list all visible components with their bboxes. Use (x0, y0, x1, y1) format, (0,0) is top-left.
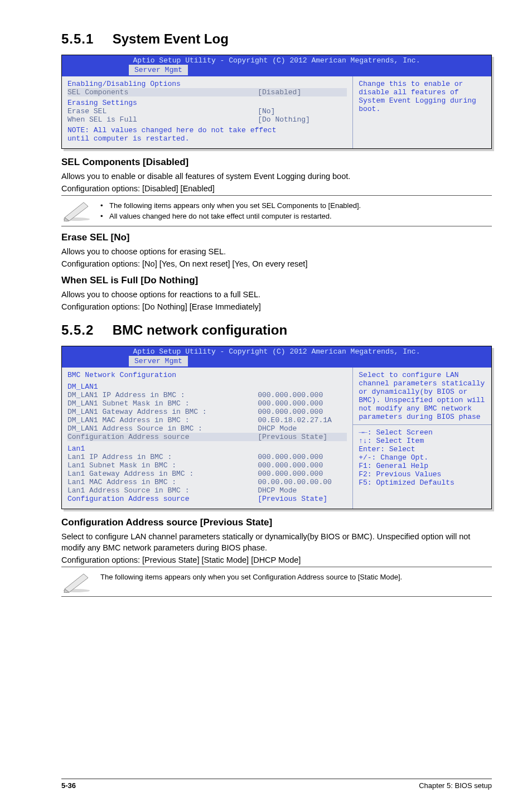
erase-sel-heading: Erase SEL [No] (61, 232, 492, 243)
note-block-2: The following items appears only when yo… (61, 571, 492, 593)
bios-full-val: [Do Nothing] (258, 115, 347, 124)
bios-erase-sel: Erase SEL (67, 107, 258, 115)
lan1-src: Lan1 Address Source in BMC : (67, 486, 258, 495)
bios-screenshot-bmc: Aptio Setup Utility - Copyright (C) 2012… (61, 346, 492, 509)
lan1-ip: Lan1 IP Address in BMC : (67, 453, 258, 461)
bios-group-enable: Enabling/Disabling Options (67, 80, 347, 88)
note-block-1: The following items appears only when yo… (61, 199, 492, 223)
dm-mac: DM_LAN1 MAC Address in BMC : (67, 416, 258, 424)
bios-sel-value: [Disabled] (258, 88, 347, 96)
dm-mac-val: 00.E0.18.02.27.1A (258, 416, 347, 424)
bios-group-erase: Erasing Settings (67, 99, 347, 107)
bios-note-line2: until computer is restarted. (67, 134, 347, 143)
nav-opt: F5: Optimized Defaults (359, 479, 486, 487)
config-addr-desc: Select to configure LAN channel paramete… (61, 532, 492, 553)
pencil-note-icon (61, 571, 91, 593)
bios-tab: Server Mgmt (129, 65, 188, 75)
note2-text: The following items appears only when yo… (100, 571, 402, 581)
pencil-note-icon (61, 199, 91, 221)
lan1-mac-val: 00.00.00.00.00.00 (258, 478, 347, 486)
section2-title: BMC network configuration (113, 322, 287, 337)
section-number: 5.5.1 (61, 31, 94, 46)
lan1-cfg-val: [Previous State] (258, 495, 347, 503)
dm-gateway-val: 000.000.000.000 (258, 408, 347, 416)
nav-prev: F2: Previous Values (359, 470, 486, 479)
nav-enter: Enter: Select (359, 445, 486, 453)
nav-screen: →←: Select Screen (359, 428, 486, 437)
lan1-mac: Lan1 MAC Address in BMC : (67, 478, 258, 486)
when-full-desc: Allows you to choose options for reactio… (61, 289, 492, 301)
bios-sel-components: SEL Components (67, 88, 258, 96)
note1-item-a: The following items appears only when yo… (100, 201, 361, 210)
bios-erase-val: [No] (258, 107, 347, 115)
dm-lan1-label: DM_LAN1 (67, 383, 347, 391)
nav-change: +/-: Change Opt. (359, 453, 486, 462)
dm-src: DM_LAN1 Address Source in BMC : (67, 424, 258, 433)
lan1-cfg: Configuration Address source (67, 495, 258, 503)
erase-sel-desc: Allows you to choose options for erasing… (61, 247, 492, 258)
note1-item-b: All values changed here do not take effe… (100, 212, 361, 220)
dm-gateway: DM_LAN1 Gateway Address in BMC : (67, 408, 258, 416)
dm-subnet-val: 000.000.000.000 (258, 399, 347, 408)
page-footer: 5-36 Chapter 5: BIOS setup (61, 779, 492, 790)
dm-ip-val: 000.000.000.000 (258, 391, 347, 399)
sel-components-opts: Configuration options: [Disabled] [Enabl… (61, 183, 492, 195)
page-number: 5-36 (61, 781, 76, 790)
erase-sel-opts: Configuration options: [No] [Yes, On nex… (61, 259, 492, 270)
lan1-gateway-val: 000.000.000.000 (258, 470, 347, 478)
lan1-gateway: Lan1 Gateway Address in BMC : (67, 470, 258, 478)
bios-header-title: Aptio Setup Utility - Copyright (C) 2012… (64, 56, 489, 65)
dm-cfg: Configuration Address source (67, 433, 258, 441)
nav-help: F1: General Help (359, 462, 486, 470)
chapter-label: Chapter 5: BIOS setup (419, 781, 492, 790)
lan1-ip-val: 000.000.000.000 (258, 453, 347, 461)
config-addr-opts: Configuration options: [Previous State] … (61, 555, 492, 566)
when-full-opts: Configuration options: [Do Nothing] [Era… (61, 302, 492, 313)
lan1-src-val: DHCP Mode (258, 486, 347, 495)
bios-note-line1: NOTE: All values changed here do not tak… (67, 126, 347, 134)
lan1-label: Lan1 (67, 445, 347, 453)
dm-ip: DM_LAN1 IP Address in BMC : (67, 391, 258, 399)
dm-cfg-val: [Previous State] (258, 433, 347, 441)
lan1-subnet: Lan1 Subnet Mask in BMC : (67, 461, 258, 470)
section2-number: 5.5.2 (61, 322, 94, 337)
bios2-header-title: Aptio Setup Utility - Copyright (C) 2012… (64, 347, 489, 356)
when-full-heading: When SEL is Full [Do Nothing] (61, 275, 492, 286)
config-addr-heading: Configuration Address source [Previous S… (61, 517, 492, 528)
sel-components-heading: SEL Components [Disabled] (61, 157, 492, 168)
dm-src-val: DHCP Mode (258, 424, 347, 433)
sel-components-desc: Allows you to enable or disable all feat… (61, 171, 492, 182)
lan1-subnet-val: 000.000.000.000 (258, 461, 347, 470)
bios-screenshot-sel: Aptio Setup Utility - Copyright (C) 2012… (61, 55, 492, 149)
section-heading-5-5-2: 5.5.2 BMC network configuration (61, 322, 492, 338)
bmc-help-text: Select to configure LAN channel paramete… (359, 371, 486, 421)
dm-subnet: DM_LAN1 Subnet Mask in BMC : (67, 399, 258, 408)
bios-full-sel: When SEL is Full (67, 115, 258, 124)
section-heading-5-5-1: 5.5.1 System Event Log (61, 31, 492, 47)
bios2-tab: Server Mgmt (129, 356, 188, 366)
section-title: System Event Log (113, 31, 229, 46)
nav-item: ↑↓: Select Item (359, 437, 486, 445)
bmc-config-title: BMC Network Configuration (67, 371, 347, 379)
bios-help-panel: Change this to enable or disable all fea… (353, 76, 491, 148)
